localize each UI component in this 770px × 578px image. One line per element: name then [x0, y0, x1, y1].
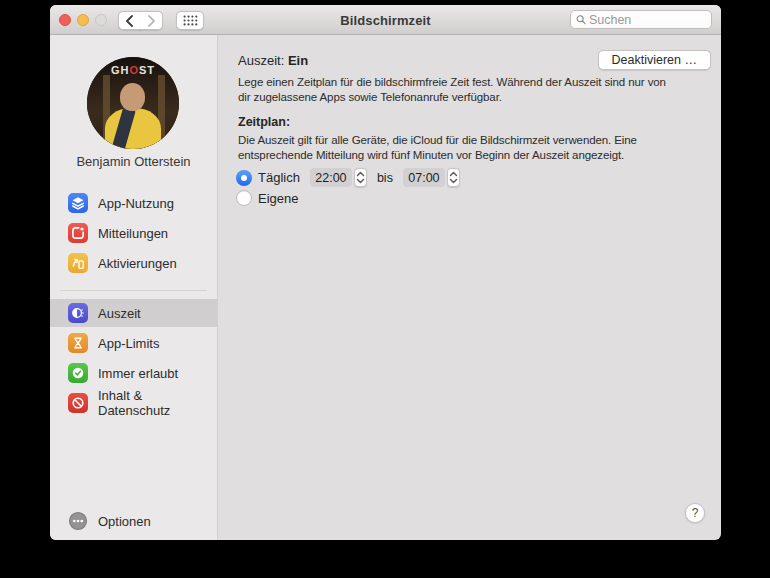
custom-schedule-row: Eigene	[236, 190, 298, 206]
ellipsis-circle-icon	[68, 511, 88, 531]
sidebar-item-label: App-Nutzung	[98, 196, 174, 211]
stepper-arrows-icon	[448, 170, 459, 185]
sidebar-separator	[60, 290, 207, 291]
sidebar-item-inhalt-datenschutz[interactable]: Inhalt & Datenschutz	[50, 389, 217, 417]
status-label: Auszeit:	[238, 53, 284, 68]
sidebar-item-label: Auszeit	[98, 306, 141, 321]
between-label: bis	[377, 171, 393, 185]
device-pickup-icon	[68, 253, 88, 273]
sidebar: GHOST Benjamin Otterstein App-Nutzung	[50, 35, 218, 540]
downtime-description: Lege einen Zeitplan für die bildschirmfr…	[238, 75, 678, 105]
search-field[interactable]	[570, 10, 712, 29]
time-to-stepper[interactable]	[447, 168, 460, 187]
sidebar-item-aktivierungen[interactable]: Aktivierungen	[50, 249, 217, 277]
daily-schedule-row: Täglich bis	[236, 168, 460, 187]
schedule-description: Die Auszeit gilt für alle Geräte, die iC…	[238, 133, 714, 163]
radio-daily[interactable]	[236, 170, 252, 186]
avatar-face	[120, 83, 145, 111]
downtime-status: Auszeit: Ein	[238, 53, 308, 68]
schedule-heading: Zeitplan:	[238, 115, 290, 129]
sidebar-item-label: Mitteilungen	[98, 226, 168, 241]
radio-custom[interactable]	[236, 190, 252, 206]
radio-daily-label: Täglich	[258, 170, 300, 185]
sidebar-item-immer-erlaubt[interactable]: Immer erlaubt	[50, 359, 217, 387]
sidebar-item-mitteilungen[interactable]: Mitteilungen	[50, 219, 217, 247]
sidebar-item-label: Immer erlaubt	[98, 366, 178, 381]
sidebar-item-label: Inhalt & Datenschutz	[98, 388, 217, 418]
options-label: Optionen	[98, 514, 151, 529]
radio-custom-label: Eigene	[258, 191, 298, 206]
avatar-sign-text: GHOST	[87, 64, 179, 76]
deactivate-button[interactable]: Deaktivieren …	[598, 50, 711, 70]
time-from-stepper[interactable]	[354, 168, 367, 187]
user-avatar[interactable]: GHOST	[87, 57, 179, 149]
notification-badge-icon	[68, 223, 88, 243]
seal-check-icon	[68, 363, 88, 383]
sidebar-item-app-nutzung[interactable]: App-Nutzung	[50, 189, 217, 217]
title-bar: Bildschirmzeit	[50, 5, 721, 35]
sidebar-item-app-limits[interactable]: App-Limits	[50, 329, 217, 357]
help-button[interactable]: ?	[685, 503, 705, 523]
time-to-field[interactable]	[403, 168, 445, 187]
options-button[interactable]: Optionen	[68, 511, 151, 531]
sidebar-item-auszeit[interactable]: Auszeit	[50, 299, 217, 327]
user-name: Benjamin Otterstein	[50, 154, 217, 169]
search-icon	[576, 14, 586, 25]
stepper-arrows-icon	[355, 170, 366, 185]
sidebar-item-label: App-Limits	[98, 336, 159, 351]
search-input[interactable]	[589, 13, 706, 27]
screen-time-window: Bildschirmzeit GHOST Benjamin Otterstein	[50, 5, 721, 540]
downtime-clock-icon	[68, 303, 88, 323]
sidebar-item-label: Aktivierungen	[98, 256, 177, 271]
content-pane: Auszeit: Ein Deaktivieren … Lege einen Z…	[219, 35, 721, 540]
time-from-field[interactable]	[310, 168, 352, 187]
prohibition-icon	[68, 393, 88, 413]
status-value: Ein	[288, 53, 308, 68]
hourglass-icon	[68, 333, 88, 353]
layers-icon	[68, 193, 88, 213]
